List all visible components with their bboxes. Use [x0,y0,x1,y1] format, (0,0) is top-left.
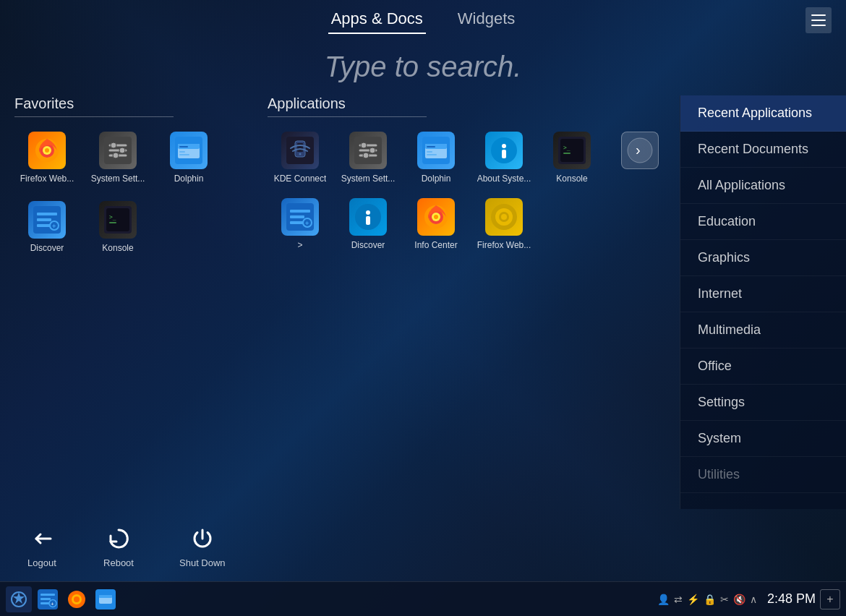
app-latte-label: Firefox Web... [477,240,531,250]
tab-bar: Apps & Docs Widgets [0,0,846,38]
tab-widgets[interactable]: Widgets [455,4,518,34]
bluetooth-icon[interactable]: ⚡ [687,594,699,605]
svg-text:>_: >_ [563,145,571,151]
svg-text:+: + [305,220,309,227]
favorites-title: Favorites [14,95,174,117]
category-multimedia[interactable]: Multimedia [680,312,846,348]
svg-rect-42 [297,143,303,152]
reboot-button[interactable]: Reboot [91,517,146,574]
category-utilities[interactable]: Utilities [680,457,846,493]
dolphin-icon [170,132,208,169]
content-area: Favorites Firefox Web... [0,95,846,509]
volume-icon[interactable]: 🔇 [733,594,745,605]
category-internet[interactable]: Internet [680,276,846,312]
app-dolphin-icon [417,132,455,169]
apps-row-2: + > Discover [268,192,672,256]
tab-apps-docs[interactable]: Apps & Docs [328,4,426,34]
svg-point-73 [366,210,370,215]
app-kde-connect[interactable]: KDE Connect [268,126,333,189]
favorite-firefox-label: Firefox Web... [20,174,74,184]
svg-rect-27 [179,146,188,147]
svg-point-19 [111,142,116,148]
next-icon: › [621,132,659,169]
app-latte[interactable]: Firefox Web... [471,192,537,256]
chevron-icon[interactable]: ∧ [750,594,757,605]
app-discover-icon: + [281,198,319,236]
apps-row-1: KDE Connect [268,126,672,189]
category-all-apps[interactable]: All Applications [680,168,846,204]
category-settings[interactable]: Settings [680,385,846,421]
app-info-center[interactable]: Discover [336,192,401,256]
hamburger-line-1 [811,14,826,16]
app-next-button[interactable]: › [607,126,672,189]
search-area: Type to search. [0,38,846,95]
svg-rect-29 [179,154,189,155]
category-education[interactable]: Education [680,204,846,240]
app-konsole[interactable]: >_ Konsole [539,126,604,189]
favorite-konsole-label: Konsole [102,243,133,253]
konsole-icon: >_ [99,201,137,239]
network-icon[interactable]: ⇄ [674,594,683,605]
category-recent-docs[interactable]: Recent Documents [680,132,846,168]
logout-button[interactable]: Logout [14,517,69,574]
applications-title: Applications [268,95,427,117]
app-system-settings-icon [349,132,387,169]
svg-text:›: › [636,142,641,158]
app-system-settings[interactable]: System Sett... [336,126,401,189]
app-firefox[interactable]: Info Center [403,192,469,256]
svg-point-9 [74,596,80,602]
category-office[interactable]: Office [680,348,846,385]
svg-rect-67 [290,210,310,213]
svg-rect-68 [290,215,304,218]
favorite-dolphin-label: Dolphin [174,174,204,184]
taskbar: + 👤 ⇄ ⚡ 🔒 ✂ 🔇 ∧ 2:48 PM + [0,581,846,616]
favorite-konsole[interactable]: >_ Konsole [85,195,150,259]
app-about-system[interactable]: About Syste... [471,126,537,189]
launcher: Apps & Docs Widgets Type to search. Favo… [0,0,846,581]
svg-rect-28 [179,151,185,153]
favorites-panel: Favorites Firefox Web... [14,95,260,509]
svg-rect-56 [427,154,437,155]
clock: 2:48 PM [767,591,816,607]
user-icon[interactable]: 👤 [657,594,670,605]
shutdown-button[interactable]: Shut Down [168,517,237,574]
category-graphics[interactable]: Graphics [680,240,846,276]
hamburger-menu-button[interactable] [806,7,832,33]
svg-point-23 [113,153,119,158]
reboot-icon [103,523,134,555]
latte-icon [485,198,523,236]
info-center-icon [349,198,387,236]
app-firefox-icon [417,198,455,236]
app-discover[interactable]: + > [268,192,333,256]
app-info-center-label: Discover [351,240,385,250]
svg-rect-63 [563,153,571,154]
taskbar-add-button[interactable]: + [820,589,840,609]
lock-icon[interactable]: 🔒 [704,594,716,605]
power-panel: Logout Reboot Shut Down [0,509,846,581]
about-system-icon [485,132,523,169]
categories-panel: Recent Applications Recent Documents All… [680,95,846,509]
favorite-system-settings[interactable]: System Sett... [85,126,150,189]
cut-icon[interactable]: ✂ [720,594,729,605]
favorite-dolphin[interactable]: Dolphin [156,126,221,189]
logout-icon [26,523,58,555]
favorite-firefox[interactable]: Firefox Web... [14,126,80,189]
favorite-discover[interactable]: + Discover [14,195,80,259]
app-konsole-icon: >_ [553,132,591,169]
svg-text:>_: >_ [109,214,116,221]
discover-icon: + [28,201,66,239]
search-hint[interactable]: Type to search. [325,51,522,83]
shutdown-icon [187,523,218,555]
system-settings-icon [99,132,137,169]
dolphin-taskbar-icon[interactable] [93,586,119,612]
kde-menu-button[interactable] [6,586,32,612]
category-system[interactable]: System [680,421,846,457]
firefox-taskbar-icon[interactable] [64,586,90,612]
svg-rect-3 [40,598,51,600]
applications-panel: Applications KDE Connect [260,95,680,509]
discover-taskbar-icon[interactable]: + [35,586,61,612]
category-recent-apps[interactable]: Recent Applications [680,95,846,132]
svg-point-46 [361,142,367,148]
svg-point-43 [299,153,302,155]
app-dolphin[interactable]: Dolphin [403,126,469,189]
